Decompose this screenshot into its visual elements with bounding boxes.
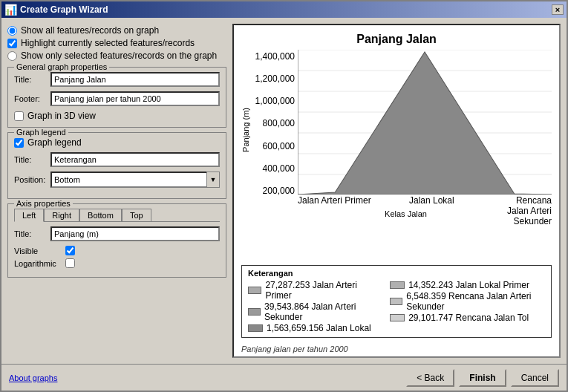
- logarithmic-row: Logarithmic: [14, 258, 220, 268]
- show-all-label: Show all features/records on graph: [21, 25, 159, 36]
- left-panel: Show all features/records on graph Highl…: [7, 24, 226, 358]
- title-input[interactable]: [50, 72, 220, 87]
- show-all-radio[interactable]: [7, 26, 17, 36]
- legend-group-title: Graph legend: [14, 128, 68, 137]
- x-label-1: Jalan Arteri Primer: [298, 195, 371, 226]
- show-all-option[interactable]: Show all features/records on graph: [7, 25, 226, 36]
- show-only-option[interactable]: Show only selected features/records on t…: [7, 50, 226, 61]
- back-button[interactable]: < Back: [406, 369, 454, 387]
- cancel-button[interactable]: Cancel: [511, 369, 559, 387]
- legend-value-3: 1,563,659.156 Jalan Lokal: [267, 323, 371, 333]
- legend-checkbox-label: Graph legend: [27, 137, 82, 148]
- legend-item-5: 6,548.359 Rencana Jalan Arteri Sekunder: [390, 291, 545, 312]
- chart-body: 1,400,000 1,200,000 1,000,000 800,000 60…: [255, 50, 552, 209]
- title-label: Title:: [14, 75, 48, 84]
- axis-group-title: Axis properties: [14, 199, 73, 208]
- threed-label: Graph in 3D view: [27, 111, 96, 121]
- radio-group: Show all features/records on graph Highl…: [7, 24, 226, 62]
- legend-value-2: 39,543.864 Jalan Arteri Sekunder: [264, 301, 375, 322]
- tab-left[interactable]: Left: [14, 209, 44, 222]
- legend-color-1: [248, 287, 261, 294]
- tab-right[interactable]: Right: [44, 209, 79, 221]
- legend-item-6: 29,101.747 Rencana Jalan Tol: [390, 313, 545, 323]
- svg-marker-9: [298, 52, 552, 195]
- close-button[interactable]: ×: [552, 4, 564, 15]
- highlight-option[interactable]: Highlight currently selected features/re…: [7, 38, 226, 48]
- button-group: < Back Finish Cancel: [406, 369, 559, 387]
- tab-bottom[interactable]: Bottom: [79, 209, 122, 221]
- main-window: 📊 Create Graph Wizard × Show all feature…: [0, 0, 568, 392]
- legend-title-input[interactable]: [50, 152, 220, 167]
- legend-value-4: 14,352.243 Jalan Lokal Primer: [408, 280, 529, 290]
- chart-title: Panjang Jalan: [241, 33, 552, 46]
- legend-col-2: 14,352.243 Jalan Lokal Primer 6,548.359 …: [390, 280, 545, 334]
- highlight-label: Highlight currently selected features/re…: [21, 38, 195, 48]
- legend-position-wrapper: Bottom Top Left Right None ▼: [50, 172, 220, 188]
- footer-label: Footer:: [14, 94, 48, 103]
- y-tick-3: 600,000: [263, 141, 295, 151]
- app-icon: 📊: [4, 4, 17, 16]
- legend-box-title: Keterangan: [248, 269, 545, 278]
- logarithmic-label: Logarithmic: [14, 259, 62, 268]
- axis-title-input[interactable]: [50, 226, 220, 241]
- y-tick-6: 1,200,000: [255, 74, 295, 84]
- threed-checkbox[interactable]: [14, 111, 24, 121]
- axis-title-row: Title:: [14, 226, 220, 241]
- y-axis-label-container: Panjang (m): [241, 50, 255, 209]
- legend-color-2: [248, 308, 261, 316]
- visible-row: Visible: [14, 246, 220, 255]
- footer-row: Footer:: [14, 91, 220, 106]
- svg-container: Jalan Arteri Primer Jalan Lokal Rencana …: [298, 50, 552, 209]
- bottom-bar: About graphs < Back Finish Cancel: [1, 364, 567, 391]
- legend-item-1: 27,287.253 Jalan Arteri Primer: [248, 280, 375, 301]
- axis-group: Axis properties Left Right Bottom Top Ti…: [7, 203, 226, 278]
- right-panel: Panjang Jalan Panjang (m) 1,400,000 1,20…: [232, 24, 561, 358]
- finish-button[interactable]: Finish: [459, 369, 506, 387]
- y-tick-4: 800,000: [263, 118, 295, 128]
- title-row: Title:: [14, 72, 220, 87]
- legend-columns: 27,287.253 Jalan Arteri Primer 39,543.86…: [248, 280, 545, 334]
- axis-title-label: Title:: [14, 229, 48, 238]
- x-label-3: Rencana Jalan Arteri Sekunder: [492, 195, 552, 226]
- y-tick-7: 1,400,000: [255, 51, 295, 62]
- visible-checkbox[interactable]: [65, 246, 75, 255]
- legend-value-6: 29,101.747 Rencana Jalan Tol: [408, 313, 529, 323]
- y-axis-label: Panjang (m): [241, 108, 255, 152]
- legend-color-6: [390, 314, 405, 321]
- chart-with-axes: Panjang (m) 1,400,000 1,200,000 1,000,00…: [241, 50, 552, 209]
- legend-color-4: [390, 281, 405, 289]
- legend-checkbox[interactable]: [14, 138, 24, 148]
- chart-footer: Panjang jalan per tahun 2000: [234, 342, 559, 356]
- titlebar-title-group: 📊 Create Graph Wizard: [4, 4, 108, 16]
- legend-value-1: 27,287.253 Jalan Arteri Primer: [265, 280, 375, 301]
- legend-color-3: [248, 324, 263, 332]
- threed-row[interactable]: Graph in 3D view: [14, 111, 220, 121]
- y-tick-5: 1,000,000: [255, 96, 295, 106]
- x-labels: Jalan Arteri Primer Jalan Lokal Rencana …: [298, 195, 552, 226]
- chart-area: Panjang Jalan Panjang (m) 1,400,000 1,20…: [234, 25, 559, 264]
- content-area: Show all features/records on graph Highl…: [1, 18, 567, 364]
- logarithmic-checkbox[interactable]: [65, 258, 75, 268]
- legend-title-label: Title:: [14, 155, 48, 164]
- legend-position-select[interactable]: Bottom Top Left Right None: [50, 172, 220, 188]
- legend-value-5: 6,548.359 Rencana Jalan Arteri Sekunder: [406, 291, 545, 312]
- y-tick-2: 400,000: [263, 163, 295, 174]
- tab-top[interactable]: Top: [122, 209, 151, 221]
- legend-group: Graph legend Graph legend Title: Positio…: [7, 132, 226, 199]
- show-only-radio[interactable]: [7, 51, 17, 61]
- legend-position-row: Position: Bottom Top Left Right None ▼: [14, 172, 220, 188]
- legend-title-row: Title:: [14, 152, 220, 167]
- legend-col-1: 27,287.253 Jalan Arteri Primer 39,543.86…: [248, 280, 375, 334]
- visible-label: Visible: [14, 246, 62, 255]
- titlebar: 📊 Create Graph Wizard ×: [1, 1, 567, 18]
- y-ticks: 1,400,000 1,200,000 1,000,000 800,000 60…: [255, 50, 298, 209]
- legend-item-4: 14,352.243 Jalan Lokal Primer: [390, 280, 545, 290]
- legend-enabled[interactable]: Graph legend: [14, 137, 220, 148]
- highlight-checkbox[interactable]: [7, 39, 17, 48]
- axis-tabs: Left Right Bottom Top: [14, 209, 220, 222]
- legend-item-2: 39,543.864 Jalan Arteri Sekunder: [248, 301, 375, 322]
- legend-position-label: Position:: [14, 175, 48, 184]
- legend-box: Keterangan 27,287.253 Jalan Arteri Prime…: [241, 265, 552, 338]
- footer-input[interactable]: [50, 91, 220, 106]
- about-link[interactable]: About graphs: [9, 373, 57, 382]
